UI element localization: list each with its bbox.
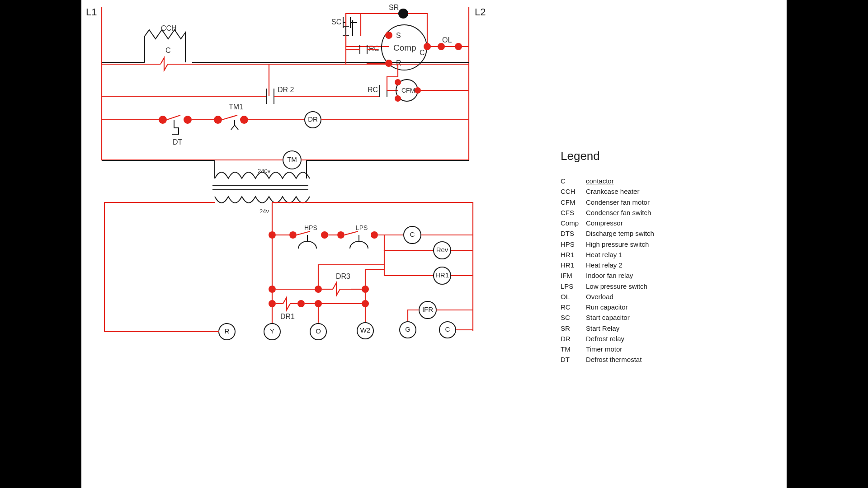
legend-row: RCRun capacitor [561,302,678,312]
legend-value: Low pressure switch [586,281,647,291]
legend-key: CFS [561,207,580,218]
legend-value: Overload [586,291,613,302]
legend-key: IFM [561,270,580,281]
term-c: C [445,325,450,333]
legend-value: Run capacitor [586,302,628,312]
legend-row: HPSHigh pressure switch [561,239,678,249]
legend-value: Heat relay 2 [586,260,623,270]
svg-point-25 [269,286,276,293]
legend-key: OL [561,291,580,302]
legend-row: LPSLow pressure switch [561,281,678,291]
svg-point-31 [362,300,369,307]
svg-point-18 [289,231,297,239]
legend-value: contactor [586,176,614,186]
legend-row: OLOverload [561,291,678,302]
legend-value: Condenser fan switch [586,207,651,218]
schematic-svg: DR TM C Rev HR1 [81,0,561,389]
legend-row: TMTimer motor [561,344,678,354]
coil-rev: Rev [436,246,448,253]
svg-point-5 [438,43,445,50]
legend-value: Indoor fan relay [586,270,633,281]
legend-key: Comp [561,218,580,228]
legend-row: CompCompressor [561,218,678,228]
svg-point-2 [385,32,392,39]
legend-value: Start Relay [586,323,619,333]
legend-row: DTDefrost thermostat [561,354,678,365]
term-w2: W2 [360,326,371,334]
legend-value: Defrost relay [586,333,624,344]
svg-point-29 [297,300,305,307]
legend-value: Crankcase heater [586,186,639,197]
legend-value: Start capacitor [586,312,630,323]
svg-point-11 [159,116,167,124]
legend-key: RC [561,302,580,312]
svg-point-12 [184,116,192,124]
coil-ifr: IFR [422,305,433,313]
legend-key: DT [561,354,580,365]
legend: Legend CcontactorCCHCrankcase heaterCFMC… [561,149,678,365]
term-r: R [225,327,230,335]
legend-row: CFSCondenser fan switch [561,207,678,218]
svg-point-0 [398,9,408,19]
legend-value: High pressure switch [586,239,649,249]
term-y: Y [270,327,274,335]
svg-point-19 [321,231,328,239]
coil-c: C [410,230,415,238]
term-g: G [405,325,410,333]
legend-key: SR [561,323,580,333]
legend-row: SCStart capacitor [561,312,678,323]
legend-value: Discharge temp switch [586,228,654,239]
legend-key: HR1 [561,260,580,270]
legend-value: Timer motor [586,344,622,354]
legend-row: IFMIndoor fan relay [561,270,678,281]
legend-key: HR1 [561,249,580,260]
legend-row: SRStart Relay [561,323,678,333]
legend-key: DTS [561,228,580,239]
svg-point-14 [240,116,248,124]
term-o: O [316,327,321,335]
legend-row: DTSDischarge temp switch [561,228,678,239]
legend-row: DRDefrost relay [561,333,678,344]
legend-title: Legend [561,149,678,163]
legend-value: Condenser fan motor [586,197,650,207]
legend-value: Heat relay 1 [586,249,623,260]
legend-value: Compressor [586,218,623,228]
legend-row: CFMCondenser fan motor [561,197,678,207]
legend-key: SC [561,312,580,323]
legend-row: HR1Heat relay 2 [561,260,678,270]
svg-point-13 [214,116,222,124]
coil-tm: TM [287,155,297,163]
legend-key: TM [561,344,580,354]
legend-row: Ccontactor [561,176,678,186]
coil-hr1: HR1 [435,271,449,279]
svg-point-21 [371,231,378,239]
coil-dr: DR [308,115,318,123]
legend-key: CCH [561,186,580,197]
legend-key: DR [561,333,580,344]
diagram-canvas: L1 L2 CCH C SC SR RC S C R Comp OL RC CF… [81,0,787,488]
legend-row: HR1Heat relay 1 [561,249,678,260]
svg-point-20 [337,231,344,239]
legend-value: Defrost thermostat [586,354,642,365]
legend-key: LPS [561,281,580,291]
svg-point-26 [269,300,276,307]
legend-key: HPS [561,239,580,249]
legend-key: CFM [561,197,580,207]
legend-key: C [561,176,580,186]
svg-point-6 [455,43,462,50]
legend-row: CCHCrankcase heater [561,186,678,197]
